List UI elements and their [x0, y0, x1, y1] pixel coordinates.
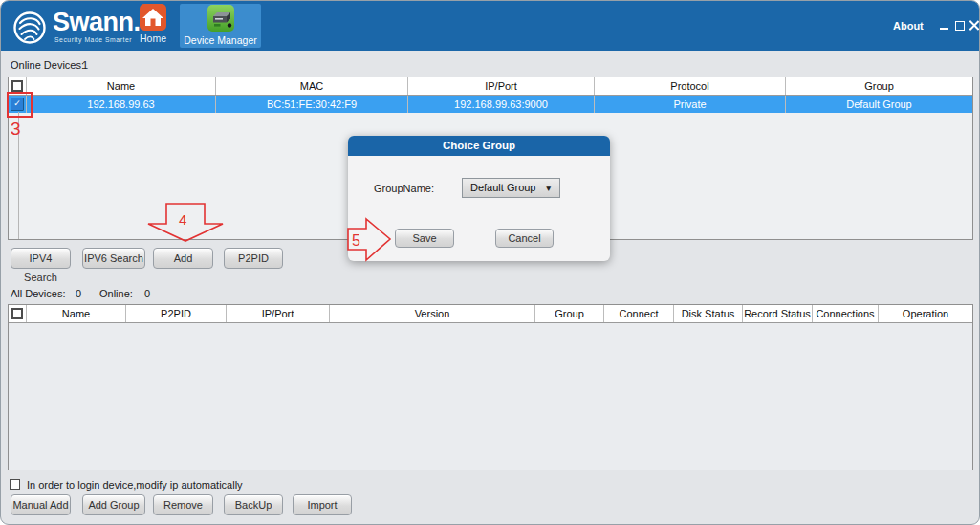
brand-text: Swann. Security Made Smarter	[53, 8, 141, 43]
column-header-connections[interactable]: Connections	[813, 305, 879, 322]
annotation-step5-number: 5	[352, 231, 360, 250]
all-devices-label: All Devices:	[11, 288, 65, 299]
online-devices-label: Online Devices:	[11, 59, 84, 71]
column-header-ipport-2[interactable]: IP/Port	[227, 305, 330, 322]
annotation-step4-number: 4	[179, 210, 186, 229]
column-header-version[interactable]: Version	[330, 305, 535, 322]
brand-tagline: Security Made Smarter	[54, 36, 141, 43]
cancel-button[interactable]: Cancel	[495, 229, 554, 248]
auto-ip-label: In order to login device,modify ip autom…	[27, 479, 243, 491]
nav-device-manager-label: Device Manager	[184, 34, 256, 46]
close-icon[interactable]	[969, 20, 979, 31]
column-header-group-2[interactable]: Group	[535, 305, 604, 322]
add-group-button[interactable]: Add Group	[82, 494, 145, 515]
remove-button[interactable]: Remove	[153, 494, 213, 515]
row-ipport: 192.168.99.63:9000	[408, 96, 595, 113]
all-devices-count: 0	[76, 288, 81, 299]
column-header-disk-status[interactable]: Disk Status	[674, 305, 743, 322]
select-all-checkbox-2[interactable]	[11, 308, 23, 319]
app-header: Swann. Security Made Smarter Home	[1, 1, 979, 51]
column-header-name-2-label: Name	[62, 308, 90, 319]
group-name-dropdown[interactable]: Default Group ▼	[462, 178, 560, 198]
backup-button[interactable]: BackUp	[224, 494, 283, 515]
minimize-icon[interactable]	[940, 28, 948, 30]
maximize-icon[interactable]	[955, 21, 965, 31]
online-devices-table-header: Name MAC IP/Port Protocol Group	[9, 77, 972, 96]
select-all-checkbox[interactable]	[11, 80, 23, 92]
column-header-record-status[interactable]: Record Status	[743, 305, 813, 322]
column-header-ipport[interactable]: IP/Port	[408, 77, 595, 95]
column-header-p2pid[interactable]: P2PID	[126, 305, 227, 322]
p2pid-button[interactable]: P2PID	[224, 248, 283, 269]
ipv6-search-button[interactable]: IPV6 Search	[82, 248, 145, 269]
save-button[interactable]: Save	[395, 229, 454, 248]
row-mac: BC:51:FE:30:42:F9	[216, 96, 408, 113]
nav-home-tab[interactable]: Home	[129, 4, 177, 48]
annotation-step3-number: 3	[11, 120, 21, 138]
home-icon	[140, 4, 166, 31]
online-count: 0	[144, 288, 150, 299]
column-header-name[interactable]: Name	[27, 77, 216, 95]
swann-brand: Swann. Security Made Smarter	[11, 8, 141, 46]
select-all-cell-2	[9, 305, 27, 322]
dialog-title: Choice Group	[348, 136, 610, 156]
online-label: Online:	[99, 288, 133, 299]
column-header-name-2[interactable]: ^ Name	[27, 305, 126, 322]
table-row[interactable]: ✓ 192.168.99.63 BC:51:FE:30:42:F9 192.16…	[9, 96, 972, 113]
column-header-group[interactable]: Group	[786, 77, 972, 95]
row-protocol: Private	[595, 96, 786, 113]
group-name-value: Default Group	[470, 182, 535, 193]
row-name: 192.168.99.63	[27, 96, 216, 113]
column-header-connect[interactable]: Connect	[604, 305, 674, 322]
row-group: Default Group	[786, 96, 972, 113]
nav-device-manager-tab[interactable]: Device Manager	[180, 4, 261, 48]
column-header-operation[interactable]: Operation	[879, 305, 972, 322]
device-manager-icon	[207, 4, 235, 33]
column-header-mac[interactable]: MAC	[216, 77, 408, 95]
manual-add-button[interactable]: Manual Add	[11, 494, 71, 515]
nav-home-label: Home	[140, 33, 166, 44]
choice-group-dialog: Choice Group GroupName: Default Group ▼	[348, 136, 610, 261]
brand-name: Swann.	[53, 8, 141, 36]
swann-logo-icon	[11, 8, 49, 46]
annotation-step3-box	[7, 92, 33, 118]
app-window: Swann. Security Made Smarter Home	[0, 0, 980, 525]
auto-ip-checkbox[interactable]	[10, 479, 20, 490]
dropdown-arrow-icon: ▼	[545, 179, 553, 198]
add-button[interactable]: Add	[153, 248, 213, 269]
import-button[interactable]: Import	[293, 494, 352, 515]
all-devices-table: ^ Name P2PID IP/Port Version Group Conne…	[8, 304, 973, 470]
about-button[interactable]: About	[893, 20, 924, 32]
column-header-protocol[interactable]: Protocol	[595, 77, 786, 95]
online-devices-count: 1	[82, 59, 88, 71]
group-name-label: GroupName:	[374, 183, 434, 194]
ipv4-search-button[interactable]: IPV4 Search	[11, 248, 71, 269]
all-devices-table-header: ^ Name P2PID IP/Port Version Group Conne…	[9, 305, 972, 323]
sort-caret-icon: ^	[74, 305, 77, 309]
